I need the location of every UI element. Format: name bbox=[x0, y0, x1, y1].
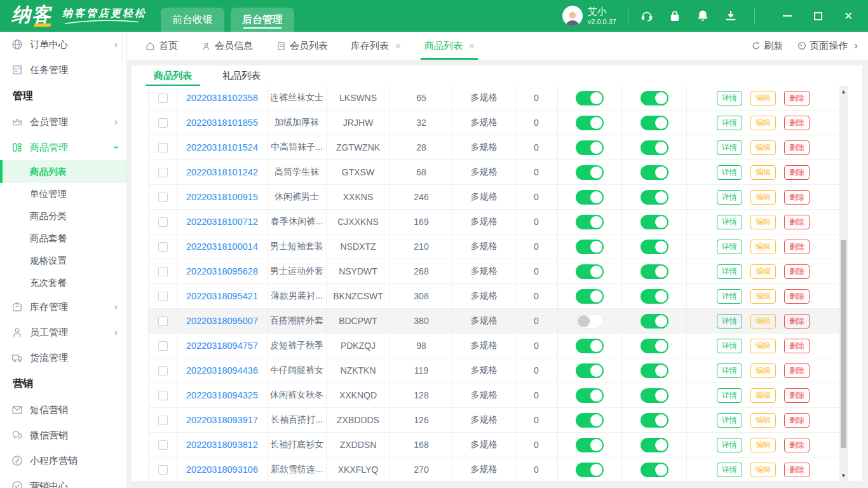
detail-button[interactable]: 详情 bbox=[717, 339, 742, 353]
shelf-status-toggle[interactable] bbox=[641, 463, 668, 477]
delete-button[interactable]: 删除 bbox=[784, 463, 810, 477]
sidebar-item-15[interactable]: 短信营销 bbox=[0, 397, 126, 423]
row-checkbox[interactable] bbox=[158, 143, 168, 152]
row-checkbox[interactable] bbox=[158, 440, 168, 450]
sidebar-item-18[interactable]: 营销中心 bbox=[0, 473, 126, 488]
row-checkbox[interactable] bbox=[158, 193, 168, 202]
sale-status-toggle[interactable] bbox=[576, 240, 604, 254]
download-icon[interactable] bbox=[724, 9, 738, 23]
card-tab-1[interactable]: 礼品列表 bbox=[222, 65, 261, 86]
lock-icon[interactable] bbox=[668, 9, 682, 23]
product-id-link[interactable]: 20220318094436 bbox=[186, 365, 258, 376]
shelf-status-toggle[interactable] bbox=[641, 388, 668, 403]
user-box[interactable]: 艾小 v2.0.0.37 bbox=[562, 6, 616, 27]
row-checkbox[interactable] bbox=[158, 242, 168, 252]
close-tab-icon[interactable]: ✕ bbox=[395, 41, 402, 51]
chevron-right-icon[interactable]: › bbox=[854, 39, 858, 52]
backend-manage-button[interactable]: 后台管理 bbox=[231, 8, 294, 32]
sale-status-toggle[interactable] bbox=[576, 165, 604, 180]
refresh-button[interactable]: 刷新 bbox=[751, 40, 783, 52]
product-id-link[interactable]: 20220318093917 bbox=[186, 415, 258, 425]
edit-button[interactable]: 编辑 bbox=[750, 190, 776, 205]
page-tab-3[interactable]: 库存列表✕ bbox=[351, 32, 402, 60]
shelf-status-toggle[interactable] bbox=[641, 116, 668, 130]
shelf-status-toggle[interactable] bbox=[641, 240, 668, 254]
detail-button[interactable]: 详情 bbox=[717, 165, 742, 180]
shelf-status-toggle[interactable] bbox=[641, 438, 668, 452]
bell-icon[interactable] bbox=[696, 9, 710, 23]
shelf-status-toggle[interactable] bbox=[641, 314, 668, 329]
row-checkbox[interactable] bbox=[158, 316, 168, 326]
scrollbar-thumb[interactable] bbox=[841, 240, 846, 448]
edit-button[interactable]: 编辑 bbox=[750, 140, 776, 155]
sale-status-toggle[interactable] bbox=[576, 91, 604, 105]
sale-status-toggle[interactable] bbox=[576, 289, 604, 304]
product-id-link[interactable]: 20220318100712 bbox=[186, 217, 258, 227]
page-tab-4[interactable]: 商品列表✕ bbox=[424, 32, 475, 60]
avatar[interactable] bbox=[562, 6, 583, 26]
sale-status-toggle[interactable] bbox=[576, 339, 604, 353]
maximize-button[interactable] bbox=[808, 6, 827, 25]
sale-status-toggle[interactable] bbox=[576, 463, 604, 477]
shelf-status-toggle[interactable] bbox=[641, 215, 668, 229]
delete-button[interactable]: 删除 bbox=[784, 215, 810, 229]
delete-button[interactable]: 删除 bbox=[784, 438, 810, 452]
product-id-link[interactable]: 20220318094757 bbox=[186, 341, 258, 351]
sidebar-subitem-active[interactable]: 商品列表 bbox=[0, 160, 126, 183]
shelf-status-toggle[interactable] bbox=[641, 165, 668, 180]
sidebar-subitem-10[interactable]: 充次套餐 bbox=[0, 272, 126, 294]
product-id-link[interactable]: 20220318101242 bbox=[186, 167, 258, 177]
row-checkbox[interactable] bbox=[158, 391, 168, 400]
product-id-link[interactable]: 20220318095007 bbox=[186, 316, 258, 326]
sidebar-item-16[interactable]: 微信营销 bbox=[0, 423, 126, 448]
shelf-status-toggle[interactable] bbox=[641, 289, 668, 304]
delete-button[interactable]: 删除 bbox=[784, 165, 810, 180]
delete-button[interactable]: 删除 bbox=[784, 190, 810, 205]
scroll-up-arrow[interactable]: ▲ bbox=[839, 87, 848, 96]
sidebar-item-11[interactable]: 库存管理› bbox=[0, 294, 126, 320]
edit-button[interactable]: 编辑 bbox=[750, 339, 776, 353]
row-checkbox[interactable] bbox=[158, 366, 168, 376]
shelf-status-toggle[interactable] bbox=[641, 190, 668, 205]
edit-button[interactable]: 编辑 bbox=[750, 314, 776, 329]
delete-button[interactable]: 删除 bbox=[784, 264, 810, 279]
close-button[interactable]: ✕ bbox=[839, 6, 858, 25]
sidebar-item-0[interactable]: 订单中心› bbox=[0, 32, 126, 57]
minimize-button[interactable] bbox=[778, 6, 797, 25]
sale-status-toggle[interactable] bbox=[576, 215, 604, 229]
sale-status-toggle[interactable] bbox=[576, 314, 604, 329]
detail-button[interactable]: 详情 bbox=[717, 363, 742, 378]
detail-button[interactable]: 详情 bbox=[717, 91, 742, 105]
sidebar-item-1[interactable]: 任务管理 bbox=[0, 57, 126, 83]
row-checkbox[interactable] bbox=[158, 217, 168, 227]
detail-button[interactable]: 详情 bbox=[717, 289, 742, 304]
row-checkbox[interactable] bbox=[158, 465, 168, 475]
sidebar-subitem-8[interactable]: 商品套餐 bbox=[0, 227, 126, 250]
sale-status-toggle[interactable] bbox=[576, 116, 604, 130]
delete-button[interactable]: 删除 bbox=[784, 314, 810, 329]
delete-button[interactable]: 删除 bbox=[784, 140, 810, 155]
detail-button[interactable]: 详情 bbox=[717, 240, 742, 254]
page-operations-button[interactable]: 页面操作 bbox=[797, 40, 848, 52]
sidebar-subitem-9[interactable]: 规格设置 bbox=[0, 250, 126, 272]
edit-button[interactable]: 编辑 bbox=[750, 91, 776, 105]
shelf-status-toggle[interactable] bbox=[641, 91, 668, 105]
product-id-link[interactable]: 20220318102358 bbox=[186, 93, 258, 103]
detail-button[interactable]: 详情 bbox=[717, 413, 742, 428]
close-tab-icon[interactable]: ✕ bbox=[468, 41, 475, 51]
edit-button[interactable]: 编辑 bbox=[750, 388, 776, 403]
product-id-link[interactable]: 20220318093812 bbox=[186, 440, 258, 450]
shelf-status-toggle[interactable] bbox=[641, 413, 668, 428]
shelf-status-toggle[interactable] bbox=[641, 363, 668, 378]
table-scrollbar[interactable]: ▲ ▼ bbox=[839, 86, 848, 481]
product-id-link[interactable]: 20220318095421 bbox=[186, 291, 258, 301]
detail-button[interactable]: 详情 bbox=[717, 264, 742, 279]
delete-button[interactable]: 删除 bbox=[784, 116, 810, 130]
scroll-down-arrow[interactable]: ▼ bbox=[839, 471, 848, 480]
delete-button[interactable]: 删除 bbox=[784, 91, 810, 105]
row-checkbox[interactable] bbox=[158, 267, 168, 276]
sidebar-item-3[interactable]: 会员管理› bbox=[0, 109, 126, 135]
row-checkbox[interactable] bbox=[158, 341, 168, 351]
delete-button[interactable]: 删除 bbox=[784, 413, 810, 428]
row-checkbox[interactable] bbox=[158, 118, 168, 128]
